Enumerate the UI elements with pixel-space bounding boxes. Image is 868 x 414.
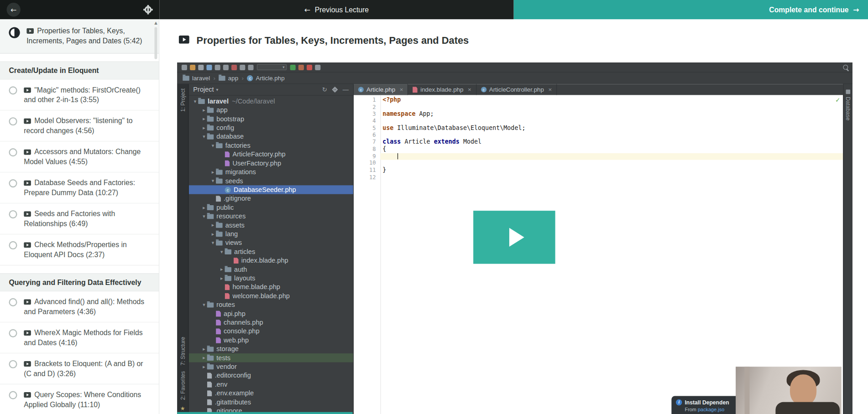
tree-item[interactable]: ▾factories <box>189 141 353 150</box>
tree-item[interactable]: ArticleFactory.php <box>189 150 353 159</box>
completion-circle[interactable] <box>9 298 17 306</box>
search-everywhere-icon[interactable] <box>843 65 848 70</box>
save-all-icon[interactable] <box>198 64 204 70</box>
completion-circle[interactable] <box>9 86 17 94</box>
notification-link[interactable]: package.jso <box>698 407 724 413</box>
back-button[interactable]: ← <box>7 3 21 16</box>
completion-circle[interactable] <box>9 241 17 249</box>
tree-item[interactable]: .gitignore <box>189 194 353 203</box>
run-configurations-dropdown[interactable]: ▾ <box>257 64 287 70</box>
tree-item[interactable]: UserFactory.php <box>189 159 353 167</box>
close-icon[interactable]: × <box>468 86 471 93</box>
stop-icon[interactable] <box>307 64 312 70</box>
close-icon[interactable]: × <box>400 86 403 93</box>
tree-item[interactable]: ▸config <box>189 123 353 132</box>
tree-item[interactable]: ▸storage <box>189 345 353 353</box>
tree-item[interactable]: index.blade.php <box>189 256 353 265</box>
tree-item[interactable]: ▸migrations <box>189 168 353 176</box>
paste-icon[interactable] <box>248 64 253 70</box>
tree-item[interactable]: ▾articles <box>189 247 353 256</box>
undo-icon[interactable] <box>215 64 220 70</box>
completion-circle[interactable] <box>9 391 17 399</box>
lecture-item[interactable]: "Magic" methods: FirstOrCreate() and oth… <box>0 80 159 111</box>
current-lecture-item[interactable]: Properties for Tables, Keys, Increments,… <box>0 19 159 53</box>
play-button[interactable] <box>473 211 555 264</box>
lecture-item[interactable]: Database Seeds and Factories: Prepare Du… <box>0 172 159 203</box>
lecture-item[interactable]: WhereX Magic Methods for Fields and Date… <box>0 322 159 353</box>
tree-item[interactable]: .env <box>189 380 353 388</box>
tree-item[interactable]: .editorconfig <box>189 371 353 380</box>
tree-item[interactable]: .gitattributes <box>189 398 353 406</box>
tree-item[interactable]: ▾laravel ~/Code/laravel <box>189 97 353 105</box>
tree-item[interactable]: web.php <box>189 336 353 344</box>
completion-circle[interactable] <box>9 360 17 368</box>
tool-window-favorites-button[interactable]: 2: Favorites <box>180 371 186 400</box>
editor-tab[interactable]: index.blade.php× <box>408 84 476 95</box>
lecture-item[interactable]: Check Methods/Properties in Eloquent API… <box>0 234 159 265</box>
tool-window-project-button[interactable]: 1: Project <box>180 88 186 112</box>
tree-item[interactable]: ▾routes <box>189 300 353 309</box>
tree-item[interactable]: home.blade.php <box>189 283 353 291</box>
sidebar-scrollbar[interactable]: ▲ <box>153 21 158 413</box>
project-panel-title[interactable]: Project <box>193 86 214 93</box>
tree-item[interactable]: ▸app <box>189 106 353 114</box>
run-icon[interactable] <box>290 64 296 70</box>
tree-item[interactable]: ▸public <box>189 203 353 212</box>
code-editor[interactable]: 1<?php23namespace App;45use Illuminate\D… <box>354 95 843 414</box>
tree-item[interactable]: ▸layouts <box>189 274 353 282</box>
tree-item[interactable]: ▸auth <box>189 265 353 274</box>
lecture-item[interactable]: Query Scopes: Where Conditions Applied G… <box>0 384 159 414</box>
lecture-item[interactable]: Advanced find() and all(): Methods and P… <box>0 291 159 322</box>
close-icon[interactable]: × <box>549 86 552 93</box>
sync-icon[interactable]: ↻ <box>322 86 327 93</box>
tree-item[interactable]: ▸bootstrap <box>189 114 353 123</box>
completion-circle[interactable] <box>9 179 17 187</box>
editor-tab[interactable]: cArticle.php× <box>354 84 408 95</box>
editor-tab[interactable]: cArticleController.php× <box>476 84 557 95</box>
tree-item[interactable]: api.php <box>189 309 353 318</box>
open-folder-icon[interactable] <box>190 64 195 70</box>
completion-circle[interactable] <box>9 329 17 337</box>
video-progress-bar[interactable] <box>177 412 353 414</box>
previous-lecture-button[interactable]: ← Previous Lecture <box>159 0 513 19</box>
tree-item[interactable]: ▸lang <box>189 229 353 238</box>
complete-and-continue-button[interactable]: Complete and continue → <box>514 0 868 19</box>
breadcrumb-item[interactable]: laravel <box>183 75 210 82</box>
lecture-item[interactable]: Model Observers: "listening" to record c… <box>0 111 159 142</box>
lecture-item[interactable]: Brackets to Eloquent: (A and B) or (C an… <box>0 353 159 384</box>
breadcrumb-item[interactable]: app <box>219 75 238 82</box>
completion-circle[interactable] <box>9 117 17 125</box>
open-recent-icon[interactable] <box>182 64 187 70</box>
settings-gear-icon[interactable] <box>143 5 153 15</box>
chevron-down-icon[interactable]: ▾ <box>216 87 219 92</box>
tree-item[interactable]: console.php <box>189 327 353 336</box>
tree-item[interactable]: welcome.blade.php <box>189 291 353 300</box>
breadcrumb-item[interactable]: cArticle.php <box>247 75 284 82</box>
tree-item[interactable]: ▸assets <box>189 221 353 229</box>
tree-item[interactable]: .env.example <box>189 389 353 398</box>
lecture-item[interactable]: Accessors and Mutators: Change Model Val… <box>0 142 159 173</box>
scrollbar-thumb[interactable] <box>154 27 157 59</box>
lecture-item[interactable]: Seeds and Factories with Relationships (… <box>0 203 159 234</box>
completion-circle[interactable] <box>9 210 17 218</box>
tree-item[interactable]: ▾resources <box>189 212 353 221</box>
redo-icon[interactable] <box>223 64 229 70</box>
tree-item[interactable]: ▸vendor <box>189 362 353 371</box>
scroll-up-icon[interactable]: ▲ <box>153 21 158 26</box>
tool-window-database-button[interactable]: Database <box>845 97 851 120</box>
debug-icon[interactable] <box>298 64 304 70</box>
tree-item[interactable]: ▾views <box>189 238 353 247</box>
completion-circle[interactable] <box>9 148 17 156</box>
find-icon[interactable] <box>315 64 320 70</box>
video-player[interactable]: ▾ laravel›app›cArticle.php 1: Project 7:… <box>177 62 852 414</box>
panel-settings-gear-icon[interactable] <box>332 87 338 92</box>
tool-window-structure-button[interactable]: 7: Structure <box>180 337 186 366</box>
tree-item[interactable]: ▾seeds <box>189 176 353 185</box>
sync-icon[interactable] <box>206 64 212 70</box>
tree-item[interactable]: channels.php <box>189 318 353 326</box>
hide-panel-icon[interactable]: — <box>343 86 349 93</box>
tree-item[interactable]: ▸tests <box>189 353 353 362</box>
cut-icon[interactable] <box>231 64 237 70</box>
copy-icon[interactable] <box>240 64 245 70</box>
tree-item[interactable]: cDatabaseSeeder.php <box>189 185 353 194</box>
